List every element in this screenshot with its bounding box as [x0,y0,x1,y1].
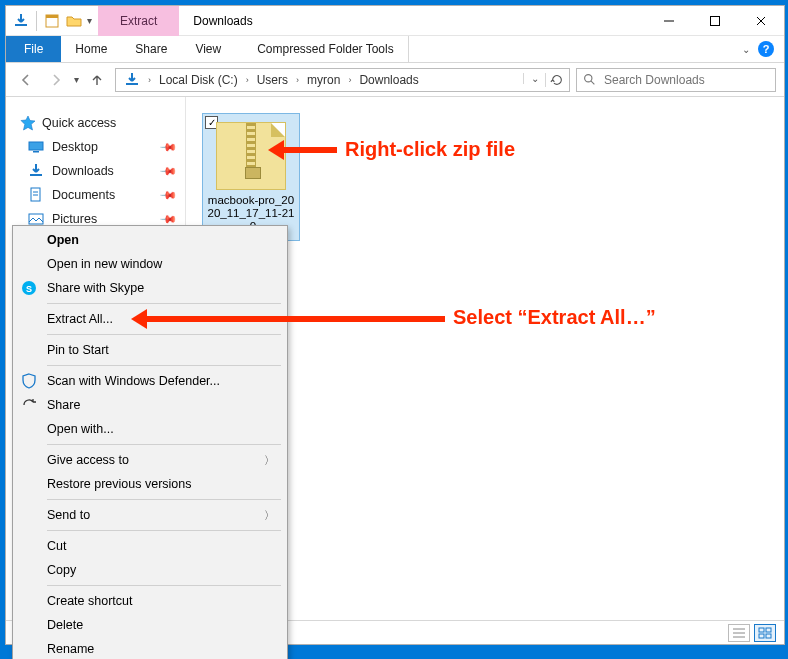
tab-home[interactable]: Home [61,36,121,62]
sidebar-quick-access[interactable]: Quick access [6,111,185,135]
qat-customize-icon[interactable]: ▾ [87,15,92,26]
svg-rect-16 [766,628,771,632]
svg-rect-3 [711,17,720,26]
tab-compressed-folder-tools[interactable]: Compressed Folder Tools [243,36,409,62]
address-root-icon[interactable] [118,69,146,91]
ctx-open-new-window[interactable]: Open in new window [13,252,287,276]
nav-back-button[interactable] [14,68,38,92]
ctx-share-skype[interactable]: S Share with Skype [13,276,287,300]
ctx-create-shortcut[interactable]: Create shortcut [13,589,287,613]
breadcrumb-segment[interactable]: Local Disk (C:) [153,69,244,91]
annotation-arrow [145,316,445,322]
chevron-right-icon[interactable]: › [146,75,153,85]
svg-rect-18 [766,634,771,638]
ribbon-tabs: File Home Share View Compressed Folder T… [6,36,784,63]
minimize-button[interactable] [646,6,692,36]
svg-rect-11 [29,214,43,224]
annotation-text: Select “Extract All…” [453,306,656,329]
ctx-delete[interactable]: Delete [13,613,287,637]
maximize-button[interactable] [692,6,738,36]
context-menu: Open Open in new window S Share with Sky… [12,225,288,659]
sidebar-label: Downloads [52,164,114,178]
file-tab[interactable]: File [6,36,61,62]
close-button[interactable] [738,6,784,36]
titlebar: ▾ Extract Downloads [6,6,784,36]
breadcrumb-segment[interactable]: myron [301,69,346,91]
chevron-right-icon[interactable]: › [294,75,301,85]
search-box[interactable] [576,68,776,92]
annotation-arrow [282,147,337,153]
ctx-open[interactable]: Open [13,228,287,252]
search-icon [583,73,596,86]
sidebar-item-downloads[interactable]: Downloads 📌 [6,159,185,183]
chevron-right-icon[interactable]: › [244,75,251,85]
sidebar-label: Quick access [42,116,116,130]
new-folder-icon[interactable] [65,12,83,30]
quick-access-toolbar: ▾ [6,6,98,35]
breadcrumb-segment[interactable]: Users [251,69,294,91]
pin-icon: 📌 [158,161,177,180]
defender-shield-icon [21,373,37,389]
submenu-arrow-icon: 〉 [264,453,275,468]
sidebar-item-desktop[interactable]: Desktop 📌 [6,135,185,159]
svg-text:S: S [26,284,32,294]
ctx-share[interactable]: Share [13,393,287,417]
annotation-text: Right-click zip file [345,138,515,161]
help-icon[interactable]: ? [758,41,774,57]
downloads-icon [28,163,44,179]
pin-icon: 📌 [158,137,177,156]
ctx-restore-versions[interactable]: Restore previous versions [13,472,287,496]
svg-rect-1 [46,15,58,18]
svg-rect-17 [759,634,764,638]
ctx-open-with[interactable]: Open with... [13,417,287,441]
address-dropdown-button[interactable]: ⌄ [523,73,545,84]
file-item-zip[interactable]: ✓ macbook-pro_2020_11_17_11-21-0 [202,113,300,241]
ctx-give-access[interactable]: Give access to〉 [13,448,287,472]
sidebar-label: Documents [52,188,115,202]
ctx-pin-start[interactable]: Pin to Start [13,338,287,362]
tab-share[interactable]: Share [121,36,181,62]
sidebar-label: Pictures [52,212,97,226]
thumbnails-view-button[interactable] [754,624,776,642]
ctx-send-to[interactable]: Send to〉 [13,503,287,527]
breadcrumb-segment[interactable]: Downloads [353,69,424,91]
properties-icon[interactable] [43,12,61,30]
skype-icon: S [21,280,37,296]
submenu-arrow-icon: 〉 [264,508,275,523]
download-arrow-icon [12,12,30,30]
nav-history-icon[interactable]: ▾ [74,74,79,85]
svg-rect-15 [759,628,764,632]
tab-view[interactable]: View [181,36,235,62]
details-view-button[interactable] [728,624,750,642]
search-input[interactable] [602,72,769,88]
window-title: Downloads [179,6,266,36]
chevron-right-icon[interactable]: › [346,75,353,85]
address-bar[interactable]: › Local Disk (C:) › Users › myron › Down… [115,68,570,92]
window-controls [646,6,784,35]
ctx-copy[interactable]: Copy [13,558,287,582]
ctx-cut[interactable]: Cut [13,534,287,558]
address-row: ▾ › Local Disk (C:) › Users › myron › Do… [6,63,784,97]
quick-access-star-icon [20,115,36,131]
nav-forward-button[interactable] [44,68,68,92]
documents-icon [28,187,44,203]
refresh-button[interactable] [545,73,567,87]
ctx-scan-defender[interactable]: Scan with Windows Defender... [13,369,287,393]
sidebar-label: Desktop [52,140,98,154]
desktop-icon [28,139,44,155]
sidebar-item-documents[interactable]: Documents 📌 [6,183,185,207]
nav-up-button[interactable] [85,68,109,92]
ribbon-collapse-icon[interactable]: ⌄ [742,44,750,55]
svg-rect-6 [29,142,43,150]
share-icon [21,397,37,413]
svg-rect-7 [33,151,39,153]
svg-line-5 [591,81,594,84]
contextual-tab-header: Extract [98,6,179,36]
pin-icon: 📌 [158,185,177,204]
ctx-rename[interactable]: Rename [13,637,287,659]
svg-point-4 [585,75,592,82]
